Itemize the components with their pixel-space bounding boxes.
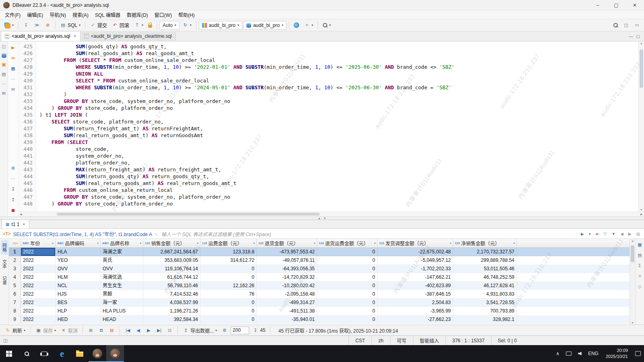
previous-page-button[interactable]: ◀: [134, 327, 142, 333]
fetch-page-button[interactable]: ⊡: [165, 327, 174, 333]
column-header-3[interactable]: ABC品牌名称▾: [101, 239, 143, 247]
code-line[interactable]: SUM(real_goods_amt) AS real_goods_amt_t: [39, 50, 644, 57]
code-line[interactable]: FROM (SELECT * FROM custom_online_sale_o…: [39, 57, 644, 64]
clear-filter-icon[interactable]: ▰: [594, 232, 600, 236]
row-number[interactable]: 8: [9, 307, 21, 315]
cell[interactable]: 0: [317, 256, 378, 265]
cell[interactable]: 314,612.72: [200, 256, 257, 265]
grid-vertical-scrollbar[interactable]: ▲ ▼: [630, 239, 635, 325]
cell[interactable]: -402,623.89: [378, 282, 453, 290]
cell[interactable]: 2022: [21, 290, 56, 298]
export-icon[interactable]: ↧: [10, 186, 16, 192]
cell[interactable]: -49,057,876.11: [257, 256, 317, 265]
bookmark-icon[interactable]: ▣: [1, 62, 7, 68]
cell[interactable]: -64,393,056.35: [257, 265, 317, 273]
tab-close-icon[interactable]: ✕: [72, 34, 76, 38]
taskbar-explorer-button[interactable]: [71, 345, 89, 362]
code-line[interactable]: FROM custom_online_sale_return_local: [39, 187, 644, 193]
menu-文件(F)[interactable]: 文件(F): [2, 10, 24, 19]
cell[interactable]: -491,511.38: [257, 307, 317, 315]
cell[interactable]: 46,127,628.41: [453, 282, 517, 290]
cell[interactable]: OVV: [56, 265, 101, 273]
status-segment[interactable]: 可写: [390, 336, 413, 345]
mail-icon[interactable]: ✉: [1, 90, 7, 97]
cell[interactable]: HLM: [56, 273, 101, 282]
menu-数据库(D)[interactable]: 数据库(D): [124, 10, 151, 19]
cell[interactable]: 0: [317, 307, 378, 315]
row-number[interactable]: 2: [9, 256, 21, 265]
cell[interactable]: HED: [56, 315, 101, 324]
cell[interactable]: 4,038,537.99: [143, 298, 200, 307]
cell[interactable]: HJS: [56, 290, 101, 298]
filter-query-preview[interactable]: SELECT SUBSTR(t1.orderTime, 1, 4) AS "年份…: [13, 230, 152, 237]
cell[interactable]: HLA: [56, 248, 101, 256]
cell[interactable]: 0: [317, 282, 378, 290]
minimize-view-button[interactable]: ▭: [632, 21, 642, 30]
scroll-down-icon[interactable]: ▼: [639, 208, 644, 211]
cell[interactable]: 700,793.89: [453, 307, 517, 315]
menu-帮助(H)[interactable]: 帮助(H): [175, 10, 198, 19]
code-line[interactable]: SUM(return_freight_amt_t) AS returnFreig…: [39, 125, 644, 132]
code-line[interactable]: SUM(return_goods_qty) AS return_goods_qt…: [39, 173, 644, 180]
code-line[interactable]: store_code,: [39, 146, 644, 152]
results-tab-t1[interactable]: ▦ t1 1 ✕: [2, 220, 29, 228]
stop-button[interactable]: ⊘: [43, 21, 53, 30]
cell[interactable]: 2022: [21, 282, 56, 290]
menu-导航(N)[interactable]: 导航(N): [46, 10, 69, 19]
quick-search-button[interactable]: [611, 21, 620, 30]
column-header-5[interactable]: 123运费金额（元）▾: [200, 239, 257, 247]
cell[interactable]: 2,504.83: [378, 298, 453, 307]
fetch-all-button[interactable]: ↧45: [251, 327, 266, 333]
code-line[interactable]: GROUP BY store_code, system_order_no, pl…: [39, 98, 644, 105]
export-data-button[interactable]: ↥导出数据...▾: [182, 327, 218, 334]
taskbar-clock[interactable]: 20:09 2025/10/21: [602, 345, 632, 362]
scroll-down-icon[interactable]: ▼: [630, 321, 635, 324]
column-header-6[interactable]: 123退货金额（元）▾: [257, 239, 317, 247]
cell[interactable]: 7,414,532.46: [143, 290, 200, 298]
cell[interactable]: 119,106,764.14: [143, 265, 200, 273]
cell[interactable]: OVV: [101, 265, 143, 273]
column-dropdown-icon[interactable]: ▾: [97, 242, 99, 245]
column-dropdown-icon[interactable]: ▾: [253, 242, 255, 245]
delete-row-button[interactable]: ⊟: [107, 327, 116, 333]
code-line[interactable]: SUM(goods_qty) AS goods_qty_t,: [39, 43, 644, 50]
expand-filter-icon[interactable]: ↔: [153, 230, 160, 237]
cell[interactable]: NCL: [56, 282, 101, 290]
column-header-9[interactable]: 123净销售金额（元）▾: [453, 239, 517, 247]
column-dropdown-icon[interactable]: ▾: [52, 242, 54, 245]
cell[interactable]: 2022: [21, 248, 56, 256]
cell[interactable]: 0: [200, 298, 257, 307]
value-viewer-icon[interactable]: ▦: [637, 242, 643, 248]
task-view-button[interactable]: [35, 345, 53, 362]
gear-icon[interactable]: ⚙: [10, 165, 16, 171]
cell[interactable]: YEO: [56, 256, 101, 265]
close-button[interactable]: ✕: [625, 0, 644, 10]
last-page-button[interactable]: ▶|: [155, 327, 163, 333]
cell[interactable]: 0: [317, 273, 378, 282]
history-back-icon[interactable]: ◀: [619, 232, 625, 236]
schema-select[interactable]: audit_bi_pro▾: [243, 21, 287, 30]
row-number[interactable]: 4: [9, 273, 21, 282]
cell[interactable]: 2022: [21, 256, 56, 265]
action-center-button[interactable]: [632, 345, 644, 362]
cell[interactable]: -10,280,020.42: [257, 282, 317, 290]
grid-corner[interactable]: [9, 239, 21, 247]
code-line[interactable]: SELECT * FROM custom_online_sale_order_l…: [39, 77, 644, 84]
cell[interactable]: 1,196,271.26: [143, 307, 200, 315]
cell[interactable]: -1,702,202.33: [378, 265, 453, 273]
maximize-editor-icon[interactable]: ▢: [636, 34, 640, 39]
cell[interactable]: 0: [317, 298, 378, 307]
tray-display-button[interactable]: [563, 345, 575, 362]
code-line[interactable]: SELECT store_code, platform_order_no,: [39, 118, 644, 125]
import-icon[interactable]: ↥: [10, 197, 16, 203]
editor-vertical-scrollbar[interactable]: ▲ ▼: [638, 41, 644, 212]
row-number[interactable]: 3: [9, 265, 21, 273]
funnel-settings-icon[interactable]: ▼: [610, 232, 617, 236]
cell[interactable]: HEAD: [101, 315, 143, 324]
cell[interactable]: 0: [317, 290, 378, 298]
execute-script-button[interactable]: ≫: [32, 21, 42, 30]
scroll-right-icon[interactable]: ▶: [639, 212, 644, 216]
column-header-7[interactable]: 123退货运费金额（元）▾: [317, 239, 378, 247]
aggregate-icon[interactable]: Σ: [637, 263, 643, 269]
network-button[interactable]: ⌗▾: [302, 21, 315, 30]
